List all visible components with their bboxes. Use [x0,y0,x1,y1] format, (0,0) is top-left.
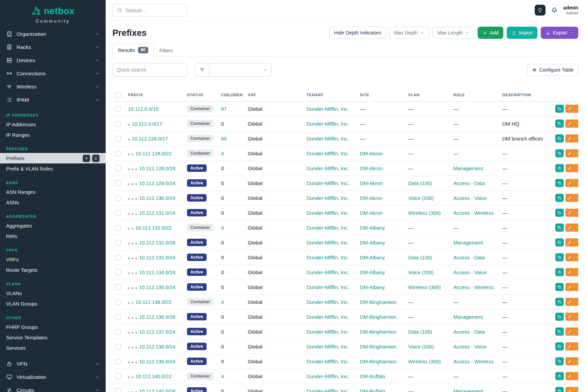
theme-toggle-button[interactable] [535,5,546,16]
tenant-link[interactable]: Dunder-Mifflin, Inc. [307,373,349,379]
prefix-link[interactable]: 10.112.132.0/28 [139,240,175,245]
site-link[interactable]: DM-Albany [360,240,385,245]
edit-dropdown-toggle[interactable] [574,224,578,232]
user-menu[interactable]: admin Admin [563,5,578,16]
sidebar-item-vlans[interactable]: VLANs [0,288,106,298]
import-button[interactable]: Import [507,27,537,39]
tenant-link[interactable]: Dunder-Mifflin, Inc. [307,225,349,231]
tenant-link[interactable]: Dunder-Mifflin, Inc. [307,195,349,201]
role-link[interactable]: Access - Data [453,255,485,260]
row-checkbox[interactable] [115,165,121,171]
tenant-link[interactable]: Dunder-Mifflin, Inc. [307,240,349,245]
row-checkbox[interactable] [115,314,121,320]
edit-button[interactable] [565,194,574,202]
sidebar-item-wireless[interactable]: Wireless [0,80,106,93]
row-checkbox[interactable] [115,284,121,290]
edit-dropdown-toggle[interactable] [574,134,578,142]
prefix-link[interactable]: 10.112.128.0/22 [135,151,171,156]
tenant-link[interactable]: Dunder-Mifflin, Inc. [307,180,349,186]
edit-button[interactable] [565,313,574,321]
vlan-link[interactable]: Voice (200) [408,195,434,201]
copy-button[interactable] [555,387,564,392]
row-checkbox[interactable] [115,136,121,141]
row-checkbox[interactable] [115,344,121,349]
edit-dropdown-toggle[interactable] [574,179,578,187]
column-header-children[interactable]: CHILDREN [218,89,245,102]
vlan-link[interactable]: Voice (200) [408,344,434,349]
prefix-link[interactable]: 10.112.135.0/24 [139,284,175,290]
prefix-link[interactable]: 10.112.134.0/24 [139,269,175,275]
copy-button[interactable] [555,224,564,232]
row-checkbox[interactable] [115,388,121,392]
edit-dropdown-toggle[interactable] [574,194,578,202]
edit-button[interactable] [565,268,574,276]
site-link[interactable]: DM-Binghamton [360,359,396,364]
children-count-link[interactable]: 65 [221,136,227,141]
site-link[interactable]: DM-Akron [360,180,383,186]
vlan-link[interactable]: Data (100) [408,255,432,260]
edit-dropdown-toggle[interactable] [574,164,578,172]
tenant-link[interactable]: Dunder-Mifflin, Inc. [307,388,349,392]
copy-button[interactable] [555,253,564,261]
site-link[interactable]: DM-Akron [360,210,383,216]
role-link[interactable]: Management [453,240,483,245]
site-link[interactable]: DM-Akron [360,195,383,201]
prefix-link[interactable]: 10.112.129.0/24 [139,180,175,186]
copy-button[interactable] [555,372,564,380]
sidebar-item-services[interactable]: Services [0,343,106,353]
edit-button[interactable] [565,372,574,380]
select-all-checkbox[interactable] [115,92,121,98]
edit-dropdown-toggle[interactable] [574,328,578,336]
sidebar-item-ip-addresses[interactable]: IP Addresses [0,119,106,130]
vlan-link[interactable]: Wireless (300) [408,359,441,364]
sidebar-item-devices[interactable]: Devices [0,54,106,67]
saved-filter-select[interactable] [209,63,272,77]
sidebar-item-ipam[interactable]: IPAM [0,93,106,106]
sidebar-item-aggregates[interactable]: Aggregates [0,220,106,231]
copy-button[interactable] [555,313,564,321]
tenant-link[interactable]: Dunder-Mifflin, Inc. [307,269,349,275]
vlan-link[interactable]: Data (100) [408,180,432,186]
sidebar-item-rirs[interactable]: RIRs [0,231,106,241]
edit-dropdown-toggle[interactable] [574,149,578,157]
row-checkbox[interactable] [115,359,121,364]
sidebar-item-asns[interactable]: ASNs [0,197,106,208]
edit-dropdown-toggle[interactable] [574,342,578,350]
edit-dropdown-toggle[interactable] [574,105,578,113]
row-checkbox[interactable] [115,373,121,379]
vlan-link[interactable]: Wireless (300) [408,284,441,290]
copy-button[interactable] [555,357,564,365]
column-header-description[interactable]: DESCRIPTION [500,89,553,102]
row-checkbox[interactable] [115,269,121,275]
sidebar-item-racks[interactable]: Racks [0,41,106,54]
role-link[interactable]: Management [453,314,483,320]
copy-button[interactable] [555,238,564,246]
prefix-link[interactable]: 10.112.128.0/28 [139,165,175,171]
edit-button[interactable] [565,357,574,365]
sidebar-item-ip-ranges[interactable]: IP Ranges [0,130,106,140]
children-count-link[interactable]: 4 [221,225,224,231]
edit-button[interactable] [565,120,574,128]
children-count-link[interactable]: 4 [221,151,224,156]
prefix-link[interactable]: 10.112.140.0/22 [135,373,171,379]
copy-button[interactable] [555,179,564,187]
tenant-link[interactable]: Dunder-Mifflin, Inc. [307,151,349,156]
import-prefix-mini-button[interactable] [92,155,100,162]
site-link[interactable]: DM-Binghamton [360,344,396,349]
row-checkbox[interactable] [115,180,121,186]
children-count-link[interactable]: 67 [221,106,227,112]
prefix-link[interactable]: 10.112.131.0/24 [139,210,175,216]
sidebar-item-vrfs[interactable]: VRFs [0,254,106,265]
edit-dropdown-toggle[interactable] [574,357,578,365]
edit-dropdown-toggle[interactable] [574,283,578,291]
column-header-tenant[interactable]: TENANT [304,89,357,102]
edit-dropdown-toggle[interactable] [574,209,578,217]
copy-button[interactable] [555,209,564,217]
copy-button[interactable] [555,268,564,276]
prefix-link[interactable]: 10.112.136.0/28 [139,314,175,320]
site-link[interactable]: DM-Albany [360,269,385,275]
vlan-link[interactable]: Wireless (300) [408,210,441,216]
tab-filters[interactable]: Filters [154,45,179,57]
edit-dropdown-toggle[interactable] [574,298,578,306]
sidebar-item-virtualization[interactable]: Virtualization [0,370,106,384]
